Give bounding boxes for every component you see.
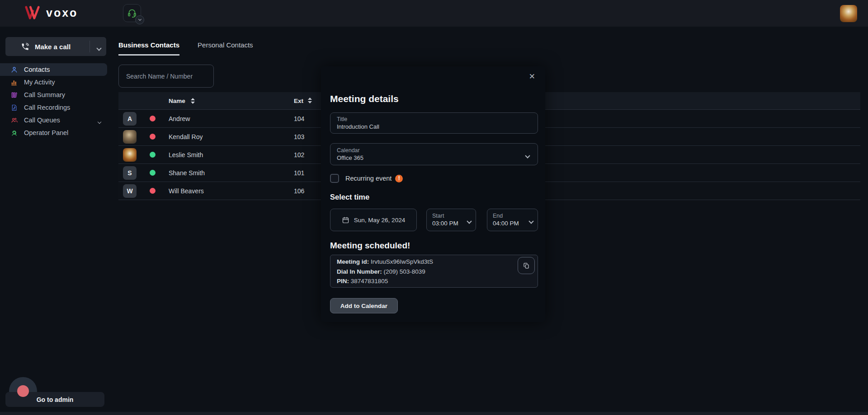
contact-name: Shane Smith bbox=[169, 169, 205, 177]
sidebar-item-my-activity[interactable]: My Activity bbox=[0, 76, 107, 89]
presence-dot bbox=[150, 116, 156, 121]
meeting-id-line: Meeting id: IrvtuuSx96IwSpVkd3tS bbox=[337, 257, 531, 267]
books-icon bbox=[10, 91, 18, 99]
meeting-details-modal: ✕ Meeting details Title Introduction Cal… bbox=[321, 66, 545, 322]
contact-name: Andrew bbox=[169, 115, 190, 122]
dial-in-label: Dial In Number: bbox=[337, 268, 382, 275]
brand-name: voxo bbox=[46, 6, 78, 19]
date-value: Sun, May 26, 2024 bbox=[354, 217, 405, 224]
avatar bbox=[123, 130, 137, 144]
sidebar-item-label: My Activity bbox=[24, 79, 55, 86]
button-divider bbox=[90, 41, 90, 52]
start-time-value: 03:00 PM bbox=[432, 219, 470, 228]
sidebar-item-contacts[interactable]: Contacts bbox=[0, 63, 107, 76]
contact-ext: 102 bbox=[294, 151, 304, 159]
chevron-down-icon bbox=[98, 117, 101, 125]
title-field-label: Title bbox=[337, 116, 531, 123]
headset-dropdown-badge[interactable] bbox=[135, 15, 144, 24]
chevron-down-icon bbox=[467, 217, 471, 225]
sidebar-nav: Contacts My Activity Call Summary bbox=[0, 63, 107, 139]
top-bar: voxo bbox=[0, 0, 868, 27]
calendar-select-value: Office 365 bbox=[337, 154, 531, 162]
avatar: S bbox=[123, 166, 137, 180]
avatar: W bbox=[123, 184, 137, 198]
chevron-down-icon bbox=[96, 46, 101, 51]
close-icon[interactable]: ✕ bbox=[529, 72, 535, 81]
meeting-id-value: IrvtuuSx96IwSpVkd3tS bbox=[371, 258, 433, 265]
tab-personal-contacts[interactable]: Personal Contacts bbox=[198, 41, 253, 56]
go-to-admin-label: Go to admin bbox=[37, 396, 74, 403]
presence-dot bbox=[150, 188, 156, 194]
dial-in-line: Dial In Number: (209) 503-8039 bbox=[337, 267, 531, 277]
voxo-logo: voxo bbox=[24, 5, 78, 20]
sidebar-item-label: Call Queues bbox=[24, 117, 60, 124]
sidebar-item-call-summary[interactable]: Call Summary bbox=[0, 89, 107, 101]
sort-icon bbox=[191, 98, 195, 104]
search-input[interactable] bbox=[118, 65, 214, 88]
presence-dot bbox=[150, 152, 156, 158]
calendar-select-label: Calendar bbox=[337, 147, 531, 154]
sort-icon bbox=[308, 98, 312, 103]
recurring-event-checkbox[interactable] bbox=[330, 174, 339, 183]
meeting-scheduled-heading: Meeting scheduled! bbox=[330, 241, 410, 251]
sidebar-item-label: Call Summary bbox=[24, 91, 65, 98]
sidebar-item-call-queues[interactable]: Call Queues bbox=[0, 114, 107, 126]
contact-name: Will Beavers bbox=[169, 187, 204, 195]
end-time-value: 04:00 PM bbox=[493, 219, 532, 228]
contact-ext: 103 bbox=[294, 133, 304, 140]
avatar: A bbox=[123, 112, 137, 126]
tab-business-contacts[interactable]: Business Contacts bbox=[118, 41, 179, 56]
pin-label: PIN: bbox=[337, 278, 349, 284]
meeting-info-box: Meeting id: IrvtuuSx96IwSpVkd3tS Dial In… bbox=[330, 255, 538, 288]
start-time-label: Start bbox=[432, 212, 470, 219]
contact-name: Leslie Smith bbox=[169, 151, 203, 159]
file-music-icon bbox=[10, 103, 18, 112]
end-time-label: End bbox=[493, 212, 532, 219]
presence-dot bbox=[150, 134, 156, 140]
chevron-down-icon bbox=[526, 151, 529, 159]
name-header-label: Name bbox=[169, 98, 185, 104]
meeting-title-field[interactable]: Title Introduction Call bbox=[330, 112, 538, 134]
voxo-logo-mark bbox=[24, 5, 42, 20]
sidebar-item-label: Operator Panel bbox=[24, 129, 68, 136]
contacts-tabs: Business Contacts Personal Contacts bbox=[118, 41, 253, 56]
phone-icon bbox=[21, 42, 29, 51]
meeting-id-label: Meeting id: bbox=[337, 258, 369, 265]
select-time-heading: Select time bbox=[330, 193, 369, 201]
add-to-calendar-button[interactable]: Add to Calendar bbox=[330, 298, 398, 313]
pin-value: 38747831805 bbox=[351, 278, 388, 284]
end-time-select[interactable]: End 04:00 PM bbox=[487, 209, 538, 231]
sidebar-item-label: Contacts bbox=[24, 66, 50, 73]
pin-line: PIN: 38747831805 bbox=[337, 276, 531, 286]
presence-dot bbox=[150, 170, 156, 176]
make-a-call-label: Make a call bbox=[35, 43, 71, 51]
sidebar-item-call-recordings[interactable]: Call Recordings bbox=[0, 101, 107, 114]
footer-strip bbox=[0, 412, 868, 415]
warning-icon: ! bbox=[395, 175, 403, 182]
sidebar-item-operator-panel[interactable]: Operator Panel bbox=[0, 126, 107, 139]
contact-ext: 106 bbox=[294, 187, 304, 195]
dial-in-value: (209) 503-8039 bbox=[384, 268, 425, 275]
add-to-calendar-label: Add to Calendar bbox=[340, 303, 387, 309]
modal-title: Meeting details bbox=[330, 93, 399, 104]
start-time-select[interactable]: Start 03:00 PM bbox=[426, 209, 476, 231]
user-avatar[interactable] bbox=[840, 5, 857, 22]
make-a-call-dropdown-chevron[interactable] bbox=[97, 44, 101, 51]
copy-button[interactable] bbox=[518, 257, 535, 274]
operator-headset-icon bbox=[10, 129, 18, 137]
avatar bbox=[123, 148, 137, 162]
calendar-select[interactable]: Calendar Office 365 bbox=[330, 143, 538, 165]
date-picker-button[interactable]: Sun, May 26, 2024 bbox=[330, 209, 417, 231]
time-picker-row: Sun, May 26, 2024 Start 03:00 PM End 04:… bbox=[330, 209, 538, 231]
bar-chart-icon bbox=[10, 78, 18, 86]
copy-icon bbox=[523, 262, 530, 270]
people-group-icon bbox=[10, 116, 18, 124]
make-a-call-button[interactable]: Make a call bbox=[5, 37, 106, 56]
chevron-down-icon bbox=[138, 18, 141, 21]
name-column-header[interactable]: Name bbox=[164, 98, 288, 104]
sidebar-item-label: Call Recordings bbox=[24, 104, 70, 111]
recurring-event-row: Recurring event ! bbox=[330, 174, 403, 183]
person-icon bbox=[10, 65, 18, 74]
contact-name: Kendall Roy bbox=[169, 133, 203, 140]
ext-header-label: Ext bbox=[294, 98, 303, 104]
